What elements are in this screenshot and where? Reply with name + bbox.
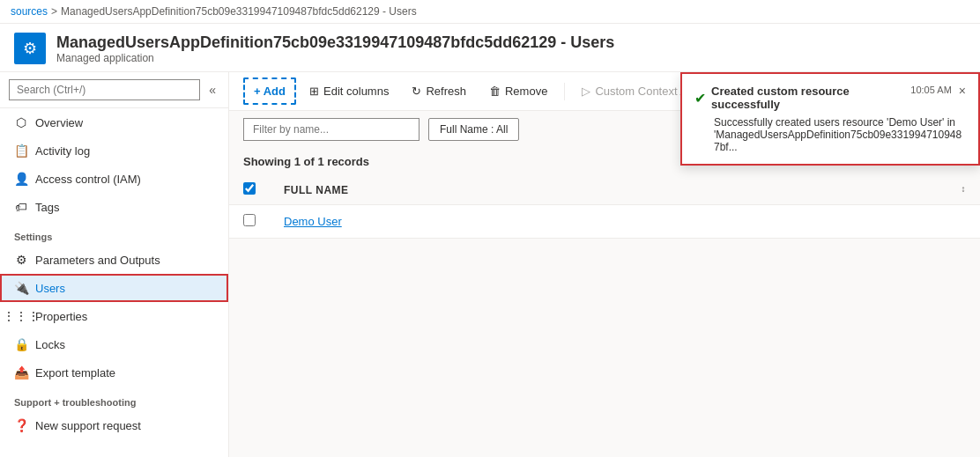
sidebar-item-access-control[interactable]: 👤 Access control (IAM) <box>0 165 228 193</box>
sidebar-item-export-template[interactable]: 📤 Export template <box>0 358 228 387</box>
support-icon: ❓ <box>14 418 28 432</box>
select-all-checkbox[interactable] <box>243 182 256 195</box>
page-title: ManagedUsersAppDefinition75cb09e33199471… <box>56 33 614 52</box>
sidebar-item-activity-log[interactable]: 📋 Activity log <box>0 136 228 165</box>
header-text: ManagedUsersAppDefinition75cb09e33199471… <box>56 33 614 64</box>
filter-input[interactable] <box>243 118 419 141</box>
table-row: Demo User <box>229 205 980 239</box>
row-checkbox[interactable] <box>243 214 256 226</box>
main-layout: « ⬡ Overview 📋 Activity log 👤 Access con… <box>0 72 980 457</box>
users-icon: 🔌 <box>14 281 28 295</box>
sidebar-item-label: Overview <box>35 116 83 129</box>
settings-section-label: Settings <box>0 221 228 246</box>
sidebar-item-label: Export template <box>35 366 115 380</box>
breadcrumb-current: ManagedUsersAppDefinition75cb09e33199471… <box>61 5 417 18</box>
toast-title-row: ✔ Created custom resource successfully <box>694 85 903 111</box>
edit-columns-button[interactable]: ⊞ Edit columns <box>300 78 398 104</box>
toast-title: Created custom resource successfully <box>711 85 903 111</box>
breadcrumb-sources[interactable]: sources <box>11 5 48 18</box>
header-icon: ⚙ <box>14 33 46 64</box>
full-name-column-label: FULL NAME <box>284 184 349 196</box>
sidebar-item-label: Users <box>35 282 65 295</box>
overview-icon: ⬡ <box>14 115 28 129</box>
toast-notification: ✔ Created custom resource successfully 1… <box>680 72 980 166</box>
filter-tag[interactable]: Full Name : All <box>428 118 519 141</box>
search-input[interactable] <box>9 79 200 100</box>
sidebar-item-new-support[interactable]: ❓ New support request <box>0 411 228 439</box>
refresh-icon: ↻ <box>412 85 421 98</box>
sidebar-item-tags[interactable]: 🏷 Tags <box>0 193 228 221</box>
sidebar-item-label: Activity log <box>35 144 90 158</box>
sidebar-item-label: Access control (IAM) <box>35 173 141 186</box>
collapse-button[interactable]: « <box>205 81 219 99</box>
remove-icon: 🗑 <box>489 85 501 98</box>
refresh-label: Refresh <box>426 85 466 98</box>
data-table: FULL NAME ↕ Demo User <box>229 175 980 239</box>
sidebar-item-properties[interactable]: ⋮⋮⋮ Properties <box>0 302 228 330</box>
toast-body: Successfully created users resource 'Dem… <box>694 116 966 153</box>
sidebar-item-locks[interactable]: 🔒 Locks <box>0 330 228 358</box>
content-area: + Add ⊞ Edit columns ↻ Refresh 🗑 Remove … <box>229 72 980 457</box>
remove-label: Remove <box>505 85 547 98</box>
edit-columns-label: Edit columns <box>323 85 389 98</box>
refresh-button[interactable]: ↻ Refresh <box>402 78 476 104</box>
export-template-icon: 📤 <box>14 365 28 380</box>
support-section-label: Support + troubleshooting <box>0 387 228 411</box>
managed-app-icon: ⚙ <box>23 39 37 58</box>
access-control-icon: 👤 <box>14 172 28 186</box>
locks-icon: 🔒 <box>14 337 28 351</box>
sidebar-item-users[interactable]: 🔌 Users <box>0 274 228 302</box>
table-header-checkbox <box>229 175 270 205</box>
table-header-full-name: FULL NAME ↕ <box>270 175 980 205</box>
demo-user-link[interactable]: Demo User <box>284 215 342 228</box>
sidebar-search-container: « <box>0 72 228 108</box>
sidebar-item-label: Locks <box>35 338 65 351</box>
page-subtitle: Managed application <box>56 52 614 64</box>
sort-icon[interactable]: ↕ <box>961 184 967 194</box>
toast-time: 10:05 AM <box>910 85 951 95</box>
play-icon: ▷ <box>582 85 590 98</box>
toast-check-icon: ✔ <box>694 90 706 107</box>
toast-header: ✔ Created custom resource successfully 1… <box>694 85 966 111</box>
parameters-icon: ⚙ <box>14 253 28 267</box>
properties-icon: ⋮⋮⋮ <box>14 309 28 323</box>
sidebar-item-label: Parameters and Outputs <box>35 254 160 267</box>
toast-close-button[interactable]: × <box>959 85 966 97</box>
sidebar-item-label: New support request <box>35 419 141 432</box>
row-checkbox-cell <box>229 205 270 239</box>
toolbar-separator <box>564 83 565 100</box>
row-full-name: Demo User <box>270 205 980 239</box>
activity-log-icon: 📋 <box>14 144 28 158</box>
sidebar-item-overview[interactable]: ⬡ Overview <box>0 108 228 136</box>
sidebar-item-label: Properties <box>35 310 87 323</box>
sidebar: « ⬡ Overview 📋 Activity log 👤 Access con… <box>0 72 229 457</box>
sidebar-item-label: Tags <box>35 201 59 214</box>
add-button[interactable]: + Add <box>243 77 296 105</box>
remove-button[interactable]: 🗑 Remove <box>479 78 557 104</box>
tags-icon: 🏷 <box>14 200 28 214</box>
breadcrumb-separator: > <box>51 5 57 18</box>
breadcrumb: sources > ManagedUsersAppDefinition75cb0… <box>0 0 980 24</box>
sidebar-item-parameters-outputs[interactable]: ⚙ Parameters and Outputs <box>0 246 228 274</box>
edit-columns-icon: ⊞ <box>309 85 319 98</box>
page-header: ⚙ ManagedUsersAppDefinition75cb09e331994… <box>0 24 980 72</box>
